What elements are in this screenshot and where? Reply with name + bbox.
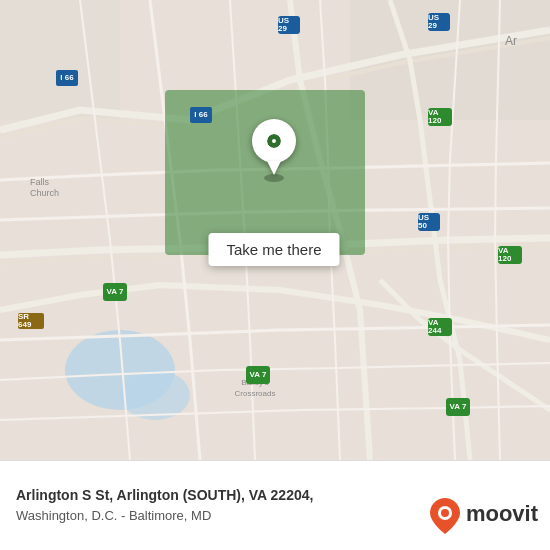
address-block: Arlington S St, Arlington (SOUTH), VA 22… (16, 485, 313, 526)
svg-text:Ar: Ar (505, 34, 517, 48)
shield-us29-top-right: US 29 (428, 13, 450, 31)
shield-va120-right: VA 120 (428, 108, 452, 126)
svg-text:Crossroads: Crossroads (235, 389, 276, 398)
svg-rect-2 (0, 0, 120, 120)
svg-text:Falls: Falls (30, 177, 50, 187)
info-panel: Arlington S St, Arlington (SOUTH), VA 22… (0, 460, 550, 550)
shield-va7-center-bottom: VA 7 (246, 366, 270, 384)
pin-tail (267, 161, 281, 175)
shield-va7-right-bottom: VA 7 (446, 398, 470, 416)
shield-va7-left: VA 7 (103, 283, 127, 301)
moovit-icon-container (430, 498, 462, 530)
shield-i66-center: I 66 (190, 107, 212, 123)
svg-text:Church: Church (30, 188, 59, 198)
pin-inner-circle (264, 131, 284, 151)
moovit-pin-icon (430, 498, 460, 534)
shield-va244: VA 244 (428, 318, 452, 336)
location-pin (252, 119, 296, 175)
svg-point-4 (120, 370, 190, 420)
shield-i66-left: I 66 (56, 70, 78, 86)
take-me-there-button[interactable]: Take me there (208, 233, 339, 266)
shield-us29-top-left: US 29 (278, 16, 300, 34)
moovit-brand-text: moovit (466, 503, 538, 525)
svg-point-13 (441, 509, 449, 517)
shield-sr649: SR 649 (18, 313, 44, 329)
map-container: Falls Church Bailey's Crossroads Ar Take… (0, 0, 550, 460)
moovit-logo: moovit (430, 498, 538, 530)
address-line2: Washington, D.C. - Baltimore, MD (16, 506, 313, 526)
address-line1: Arlington S St, Arlington (SOUTH), VA 22… (16, 485, 313, 506)
pin-outer-circle (252, 119, 296, 163)
shield-us50-right: US 50 (418, 213, 440, 231)
shield-va120-far-right: VA 120 (498, 246, 522, 264)
moovit-logo-row: moovit (430, 498, 538, 530)
svg-point-11 (264, 174, 284, 182)
